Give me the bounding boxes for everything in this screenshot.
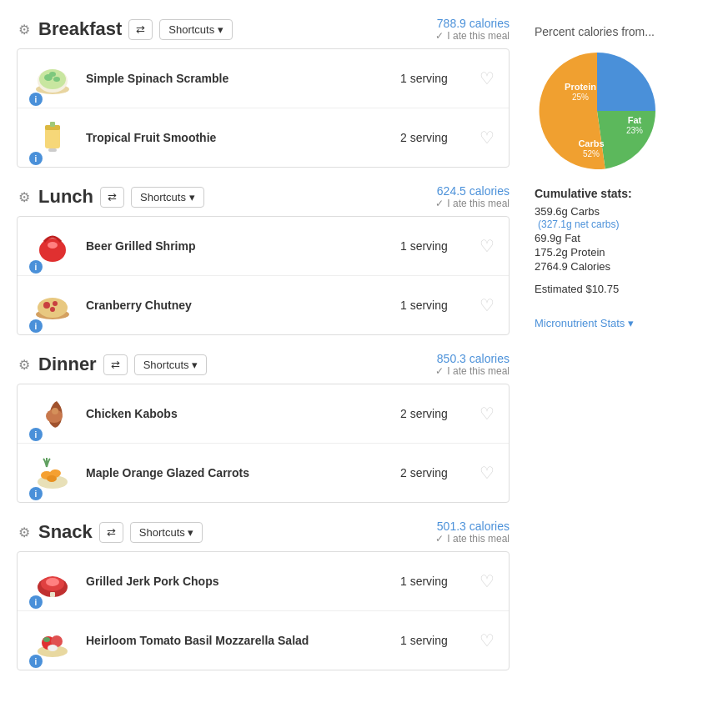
shortcuts-button-breakfast[interactable]: Shortcuts ▾: [159, 19, 233, 40]
sort-button-lunch[interactable]: ⇄: [100, 187, 124, 208]
food-serving: 2 serving: [400, 131, 475, 144]
shortcuts-button-snack[interactable]: Shortcuts ▾: [130, 522, 203, 543]
ate-this-meal-lunch[interactable]: ✓ I ate this meal: [435, 198, 510, 209]
info-button[interactable]: i: [29, 655, 43, 668]
ate-this-meal-snack[interactable]: ✓ I ate this meal: [435, 533, 510, 545]
sort-button-snack[interactable]: ⇄: [99, 522, 123, 543]
svg-text:25%: 25%: [572, 93, 589, 102]
info-button[interactable]: i: [29, 152, 43, 165]
favorite-button[interactable]: ♡: [475, 68, 499, 88]
svg-text:23%: 23%: [626, 126, 643, 135]
favorite-button[interactable]: ♡: [475, 463, 499, 483]
sort-button-dinner[interactable]: ⇄: [103, 354, 128, 375]
info-button[interactable]: i: [29, 595, 43, 609]
food-card-snack: i Grilled Jerk Pork Chops 1 serving ♡ i …: [17, 551, 510, 670]
info-button[interactable]: i: [29, 260, 43, 274]
ate-this-meal-breakfast[interactable]: ✓ I ate this meal: [435, 30, 510, 42]
food-icon-wrap: i: [28, 393, 78, 434]
food-serving: 1 serving: [400, 72, 475, 85]
meal-section-snack: ⚙ Snack ⇄ Shortcuts ▾ 501.3 calories ✓ I…: [17, 520, 510, 670]
info-button[interactable]: i: [29, 93, 43, 106]
meal-header-left-dinner: ⚙ Dinner ⇄ Shortcuts ▾: [17, 354, 207, 375]
sort-button-breakfast[interactable]: ⇄: [128, 19, 153, 40]
gear-button-breakfast[interactable]: ⚙: [17, 20, 32, 39]
food-card-breakfast: i Simple Spinach Scramble 1 serving ♡ i …: [17, 48, 510, 168]
food-row: i Grilled Jerk Pork Chops 1 serving ♡: [18, 552, 509, 611]
svg-point-15: [53, 301, 58, 306]
meal-section-lunch: ⚙ Lunch ⇄ Shortcuts ▾ 624.5 calories ✓ I…: [17, 184, 510, 335]
food-row: i Heirloom Tomato Basil Mozzarella Salad…: [18, 611, 509, 670]
ate-label-snack: I ate this meal: [447, 533, 510, 545]
calories-link-breakfast[interactable]: 788.9 calories: [437, 17, 510, 30]
info-button[interactable]: i: [29, 319, 43, 333]
meal-header-left-breakfast: ⚙ Breakfast ⇄ Shortcuts ▾: [17, 18, 233, 40]
info-button[interactable]: i: [29, 428, 43, 441]
favorite-button[interactable]: ♡: [475, 404, 499, 424]
svg-text:52%: 52%: [583, 149, 600, 158]
food-serving: 2 serving: [400, 407, 475, 420]
svg-rect-9: [50, 122, 55, 127]
micronutrient-link[interactable]: Micronutrient Stats ▾: [535, 317, 634, 329]
svg-point-30: [48, 645, 58, 651]
calories-link-lunch[interactable]: 624.5 calories: [437, 184, 510, 198]
food-row: i Chicken Kabobs 2 serving ♡: [18, 384, 509, 444]
shortcuts-button-lunch[interactable]: Shortcuts ▾: [131, 187, 204, 208]
food-serving: 1 serving: [400, 575, 475, 588]
ate-this-meal-dinner[interactable]: ✓ I ate this meal: [435, 365, 510, 377]
meal-title-snack: Snack: [38, 521, 93, 543]
meal-section-dinner: ⚙ Dinner ⇄ Shortcuts ▾ 850.3 calories ✓ …: [17, 352, 510, 503]
svg-rect-8: [48, 148, 57, 152]
food-row: i Beer Grilled Shrimp 1 serving ♡: [18, 217, 509, 276]
svg-text:Carbs: Carbs: [578, 138, 604, 148]
checkmark-breakfast: ✓: [435, 30, 444, 42]
meal-header-breakfast: ⚙ Breakfast ⇄ Shortcuts ▾ 788.9 calories…: [17, 17, 510, 42]
svg-point-4: [53, 77, 60, 82]
food-icon-wrap: i: [28, 117, 78, 158]
food-name: Heirloom Tomato Basil Mozzarella Salad: [78, 634, 400, 647]
stat-fat: 69.9g Fat: [535, 232, 701, 244]
meal-header-left-snack: ⚙ Snack ⇄ Shortcuts ▾: [17, 521, 203, 543]
cumulative-label: Cumulative stats:: [535, 187, 701, 200]
calories-link-snack[interactable]: 501.3 calories: [437, 520, 510, 533]
gear-button-lunch[interactable]: ⚙: [17, 188, 32, 207]
food-row: i Cranberry Chutney 1 serving ♡: [18, 276, 509, 334]
stat-protein: 175.2g Protein: [535, 246, 701, 259]
svg-point-14: [43, 302, 50, 309]
svg-point-5: [49, 72, 56, 77]
meal-header-right-snack: 501.3 calories ✓ I ate this meal: [435, 520, 510, 545]
favorite-button[interactable]: ♡: [475, 295, 499, 315]
favorite-button[interactable]: ♡: [475, 128, 499, 148]
shortcuts-button-dinner[interactable]: Shortcuts ▾: [134, 354, 208, 375]
meal-header-right-lunch: 624.5 calories ✓ I ate this meal: [435, 184, 510, 209]
stat-carbs: 359.6g Carbs (327.1g net carbs): [535, 205, 701, 230]
pie-chart: Protein 25% Fat 23% Carbs 52%: [535, 48, 660, 173]
meal-header-snack: ⚙ Snack ⇄ Shortcuts ▾ 501.3 calories ✓ I…: [17, 520, 510, 545]
sidebar-column: Percent calories from... Protein 25% Fat…: [535, 17, 701, 687]
gear-button-snack[interactable]: ⚙: [17, 523, 32, 542]
estimated-cost: Estimated $10.75: [535, 283, 701, 295]
stat-calories: 2764.9 Calories: [535, 260, 701, 273]
calories-link-dinner[interactable]: 850.3 calories: [437, 352, 510, 365]
food-name: Simple Spinach Scramble: [78, 72, 400, 85]
main-layout: ⚙ Breakfast ⇄ Shortcuts ▾ 788.9 calories…: [17, 17, 701, 687]
gear-button-dinner[interactable]: ⚙: [17, 355, 32, 374]
food-row: i Simple Spinach Scramble 1 serving ♡: [18, 49, 509, 108]
svg-point-31: [43, 637, 50, 642]
info-button[interactable]: i: [29, 487, 43, 500]
meal-section-breakfast: ⚙ Breakfast ⇄ Shortcuts ▾ 788.9 calories…: [17, 17, 510, 168]
food-row: i Maple Orange Glazed Carrots 2 serving …: [18, 444, 509, 502]
meal-header-left-lunch: ⚙ Lunch ⇄ Shortcuts ▾: [17, 186, 204, 208]
food-card-dinner: i Chicken Kabobs 2 serving ♡ i Maple Ora…: [17, 384, 510, 503]
food-row: i Tropical Fruit Smoothie 2 serving ♡: [18, 108, 509, 167]
favorite-button[interactable]: ♡: [475, 236, 499, 256]
favorite-button[interactable]: ♡: [475, 571, 499, 591]
food-card-lunch: i Beer Grilled Shrimp 1 serving ♡ i Cran…: [17, 216, 510, 335]
food-icon-wrap: i: [28, 620, 78, 661]
food-name: Cranberry Chutney: [78, 299, 400, 312]
meal-header-right-breakfast: 788.9 calories ✓ I ate this meal: [435, 17, 510, 42]
food-icon-wrap: i: [28, 284, 78, 326]
food-icon-wrap: i: [28, 225, 78, 267]
favorite-button[interactable]: ♡: [475, 630, 499, 650]
food-serving: 1 serving: [400, 634, 475, 647]
food-name: Grilled Jerk Pork Chops: [78, 575, 400, 588]
